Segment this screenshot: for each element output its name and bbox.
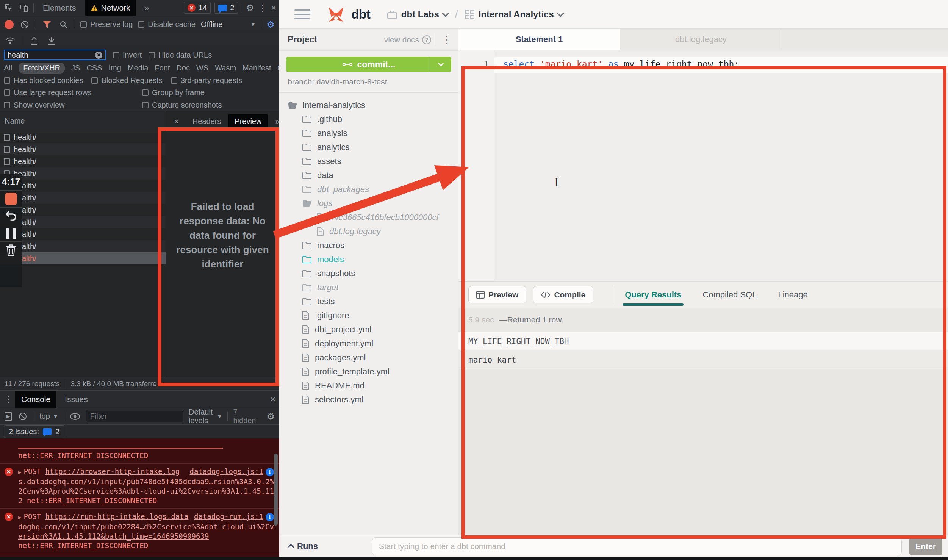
tab-preview[interactable]: Preview [228, 114, 268, 129]
commit-dropdown[interactable] [430, 57, 451, 72]
preserve-log-checkbox[interactable]: Preserve log [80, 20, 133, 29]
checkbox-group-by-frame[interactable]: Group by frame [142, 88, 275, 97]
tab-statement-1[interactable]: Statement 1 [458, 29, 620, 50]
checkbox-3rd-party-requests[interactable]: 3rd-party requests [171, 76, 242, 85]
error-source[interactable]: datadog-logs.js:1i [190, 467, 274, 476]
chip-media[interactable]: Media [128, 64, 148, 72]
tree-item-analysis[interactable]: analysis [279, 126, 458, 140]
tree-item-snapshots[interactable]: snapshots [279, 266, 458, 280]
console-settings-gear-icon[interactable]: ⚙ [267, 411, 275, 422]
enter-button[interactable]: Enter [909, 537, 942, 555]
close-details-icon[interactable]: × [168, 114, 185, 129]
tree-item-analytics[interactable]: analytics [279, 140, 458, 154]
request-row[interactable]: alth/ [0, 252, 166, 264]
checkbox-has-blocked-cookies[interactable]: Has blocked cookies [4, 76, 83, 85]
expand-triangle-icon[interactable]: ▶ [18, 469, 21, 475]
results-tab-query-results[interactable]: Query Results [625, 290, 681, 300]
chip-ws[interactable]: WS [196, 64, 208, 72]
disable-cache-checkbox[interactable]: Disable cache [138, 20, 196, 29]
issues-count-badge[interactable]: 2 [214, 2, 238, 14]
throttling-select[interactable]: Offline [201, 20, 222, 29]
tree-item--nfc3665c416bfecb1000000cf[interactable]: .nfc3665c416bfecb1000000cf [279, 210, 458, 224]
account-switcher[interactable]: dbt Labs [387, 9, 448, 20]
hamburger-menu-icon[interactable] [294, 9, 310, 19]
stop-recording-button[interactable] [5, 193, 17, 205]
request-row[interactable]: alth/ [0, 180, 166, 192]
device-toolbar-icon[interactable] [18, 2, 30, 14]
chip-img[interactable]: Img [109, 64, 121, 72]
tree-item--github[interactable]: .github [279, 112, 458, 126]
error-source[interactable]: datadog-rum.js:1i [194, 512, 274, 521]
compile-button[interactable]: Compile [533, 286, 593, 303]
inspect-icon[interactable] [3, 2, 14, 14]
request-row[interactable]: health/ [0, 143, 166, 155]
expand-triangle-icon[interactable]: ▶ [18, 514, 21, 520]
clear-network-log-icon[interactable] [19, 19, 30, 30]
request-row[interactable]: alth/ [0, 204, 166, 216]
results-tab-lineage[interactable]: Lineage [778, 290, 807, 300]
kebab-menu-icon[interactable]: ⋮ [258, 3, 267, 13]
tree-item-readme-md[interactable]: README.md [279, 379, 458, 393]
project-switcher[interactable]: Internal Analytics [465, 9, 563, 20]
tree-item-target[interactable]: target [279, 280, 458, 294]
tree-item-selectors-yml[interactable]: selectors.yml [279, 393, 458, 407]
console-filter-input[interactable]: Filter [86, 411, 183, 422]
console-scrollbar[interactable] [274, 454, 278, 526]
chip-all[interactable]: All [4, 64, 12, 72]
tree-item-assets[interactable]: assets [279, 154, 458, 168]
log-levels-select[interactable]: Default levels▼ [189, 408, 222, 425]
issues-summary[interactable]: 2 Issues: 2 [4, 425, 64, 438]
request-row[interactable]: health/ [0, 131, 166, 143]
network-filter-input[interactable]: health ✕ [4, 50, 106, 60]
tree-item-internal-analytics[interactable]: internal-analytics [279, 98, 458, 112]
name-column-header[interactable]: Name [5, 117, 25, 125]
throttling-caret-icon[interactable]: ▼ [250, 22, 256, 28]
checkbox-show-overview[interactable]: Show overview [4, 101, 142, 109]
clear-console-icon[interactable] [17, 411, 28, 422]
close-devtools-icon[interactable]: × [271, 3, 276, 13]
chip-font[interactable]: Font [155, 64, 170, 72]
checkbox-blocked-requests[interactable]: Blocked Requests [91, 76, 162, 85]
delete-recording-icon[interactable] [5, 244, 17, 258]
request-row[interactable]: health/ [0, 167, 166, 180]
restart-recording-icon[interactable] [5, 210, 17, 223]
commit-button[interactable]: commit... [286, 57, 451, 72]
tree-item-macros[interactable]: macros [279, 238, 458, 252]
tree-item-packages-yml[interactable]: packages.yml [279, 350, 458, 364]
tab-console[interactable]: Console [15, 391, 56, 408]
console-sidebar-icon[interactable]: ▶ [5, 412, 12, 421]
sql-editor[interactable]: 1 select 'mario kart' as my_life_right_n… [458, 50, 948, 281]
tree-item-dbt-project-yml[interactable]: dbt_project.yml [279, 322, 458, 336]
runs-toggle[interactable]: Runs [288, 541, 364, 551]
search-icon[interactable] [58, 19, 69, 30]
tab-issues[interactable]: Issues [59, 391, 94, 408]
tree-item-models[interactable]: models [279, 252, 458, 266]
results-tab-compiled-sql[interactable]: Compiled SQL [702, 290, 757, 300]
chip-wasm[interactable]: Wasm [215, 64, 236, 72]
tree-item-profile-template-yml[interactable]: profile_template.yml [279, 364, 458, 379]
pause-recording-icon[interactable] [6, 228, 16, 239]
chip-doc[interactable]: Doc [176, 64, 190, 72]
close-console-icon[interactable]: × [270, 394, 275, 405]
chip-css[interactable]: CSS [86, 64, 102, 72]
command-input[interactable]: Start typing to enter a dbt command [372, 537, 902, 555]
checkbox-use-large-request-rows[interactable]: Use large request rows [4, 88, 142, 97]
context-select[interactable]: top▼ [39, 412, 58, 421]
sidebar-kebab-icon[interactable]: ⋮ [436, 33, 452, 46]
request-row[interactable]: health/ [0, 155, 166, 167]
import-har-icon[interactable] [28, 35, 40, 47]
checkbox-capture-screenshots[interactable]: Capture screenshots [142, 101, 275, 109]
invert-checkbox[interactable]: Invert [113, 51, 142, 59]
tree-item-deployment-yml[interactable]: deployment.yml [279, 336, 458, 350]
tree-item-dbt-packages[interactable]: dbt_packages [279, 182, 458, 196]
settings-gear-icon[interactable]: ⚙ [246, 3, 254, 13]
tree-item--gitignore[interactable]: .gitignore [279, 308, 458, 322]
result-row[interactable]: mario kart [458, 350, 948, 369]
more-tabs-icon[interactable]: » [139, 0, 155, 16]
preview-button[interactable]: Preview [468, 286, 526, 303]
tab-elements[interactable]: Elements [38, 0, 81, 16]
request-row[interactable]: alth/ [0, 228, 166, 240]
error-count-badge[interactable]: ✕ 14 [184, 2, 211, 14]
tab-network[interactable]: Network [85, 0, 136, 16]
clear-filter-icon[interactable]: ✕ [95, 52, 102, 59]
